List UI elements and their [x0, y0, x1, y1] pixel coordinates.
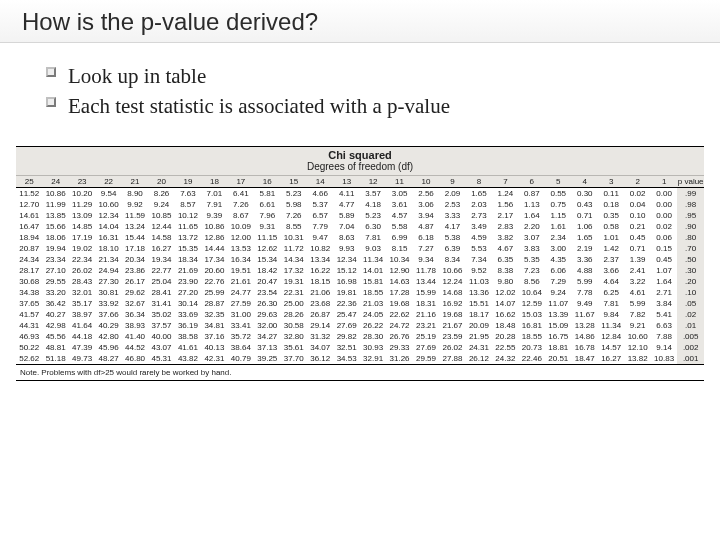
- data-cell: 1.65: [572, 232, 598, 243]
- data-cell: 19.34: [148, 254, 174, 265]
- data-cell: 7.91: [201, 199, 227, 210]
- data-cell: 46.80: [122, 353, 148, 364]
- data-cell: 3.36: [572, 254, 598, 265]
- data-cell: 38.93: [122, 320, 148, 331]
- data-cell: 8.56: [519, 276, 545, 287]
- data-cell: 16.27: [598, 353, 624, 364]
- data-cell: 7.78: [572, 287, 598, 298]
- data-cell: 0.45: [651, 254, 677, 265]
- data-cell: 6.99: [386, 232, 412, 243]
- data-cell: 28.43: [69, 276, 95, 287]
- data-cell: 11.07: [545, 298, 571, 309]
- data-cell: 31.26: [386, 353, 412, 364]
- data-cell: 32.91: [360, 353, 386, 364]
- table-body: 11.5210.8610.209.548.908.267.637.016.415…: [16, 187, 704, 364]
- data-cell: 8.26: [148, 187, 174, 199]
- data-cell: 21.61: [228, 276, 254, 287]
- data-cell: 44.31: [16, 320, 42, 331]
- data-cell: 10.64: [519, 287, 545, 298]
- table-row: 30.6829.5528.4327.3026.1725.0423.9022.76…: [16, 276, 704, 287]
- data-cell: 10.60: [624, 331, 650, 342]
- data-cell: 26.02: [439, 342, 465, 353]
- data-cell: 18.34: [175, 254, 201, 265]
- data-cell: 5.35: [519, 254, 545, 265]
- table-row: 24.3423.3422.3421.3420.3419.3418.3417.34…: [16, 254, 704, 265]
- data-cell: 10.20: [69, 187, 95, 199]
- data-cell: 10.60: [95, 199, 121, 210]
- data-cell: 11.15: [254, 232, 280, 243]
- data-cell: 9.39: [201, 210, 227, 221]
- data-cell: 33.69: [175, 309, 201, 320]
- data-cell: 17.32: [281, 265, 307, 276]
- data-cell: 41.64: [69, 320, 95, 331]
- data-cell: 27.20: [175, 287, 201, 298]
- data-cell: 46.93: [16, 331, 42, 342]
- data-cell: 15.12: [333, 265, 359, 276]
- table-row: 12.7011.9911.2910.609.929.248.577.917.26…: [16, 199, 704, 210]
- data-cell: 20.28: [492, 331, 518, 342]
- data-cell: 3.61: [386, 199, 412, 210]
- data-cell: 0.06: [651, 232, 677, 243]
- data-cell: 4.61: [624, 287, 650, 298]
- bullet-icon: [46, 97, 56, 107]
- data-cell: 22.31: [281, 287, 307, 298]
- data-cell: 13.44: [413, 276, 439, 287]
- data-cell: 5.23: [360, 210, 386, 221]
- data-cell: 11.52: [16, 187, 42, 199]
- df-header-cell: 10: [413, 176, 439, 188]
- data-cell: 22.55: [492, 342, 518, 353]
- data-cell: 24.05: [360, 309, 386, 320]
- data-cell: 0.75: [545, 199, 571, 210]
- pvalue-header-cell: p value: [677, 176, 704, 188]
- data-cell: 4.11: [333, 187, 359, 199]
- data-cell: 10.34: [386, 254, 412, 265]
- data-cell: 16.31: [95, 232, 121, 243]
- df-header-cell: 23: [69, 176, 95, 188]
- data-cell: 8.38: [492, 265, 518, 276]
- data-cell: 8.57: [175, 199, 201, 210]
- data-cell: 29.62: [122, 287, 148, 298]
- data-cell: 5.99: [624, 298, 650, 309]
- data-cell: 36.34: [122, 309, 148, 320]
- data-cell: 25.00: [281, 298, 307, 309]
- df-header-cell: 12: [360, 176, 386, 188]
- data-cell: 5.38: [439, 232, 465, 243]
- data-cell: 21.06: [307, 287, 333, 298]
- data-cell: 9.93: [333, 243, 359, 254]
- data-cell: 34.81: [201, 320, 227, 331]
- data-cell: 16.47: [16, 221, 42, 232]
- data-cell: 5.23: [281, 187, 307, 199]
- data-cell: 7.01: [201, 187, 227, 199]
- data-cell: 1.39: [624, 254, 650, 265]
- data-cell: 3.49: [466, 221, 492, 232]
- data-cell: 12.62: [254, 243, 280, 254]
- data-cell: 30.68: [16, 276, 42, 287]
- data-cell: 7.26: [228, 199, 254, 210]
- data-cell: 0.43: [572, 199, 598, 210]
- data-cell: 0.18: [598, 199, 624, 210]
- data-cell: 37.66: [95, 309, 121, 320]
- data-cell: 6.61: [254, 199, 280, 210]
- slide: How is the p-value derived? Look up in t…: [0, 0, 720, 540]
- data-cell: 0.04: [624, 199, 650, 210]
- pvalue-cell: .99: [677, 187, 704, 199]
- data-cell: 9.34: [413, 254, 439, 265]
- data-cell: 13.24: [122, 221, 148, 232]
- data-cell: 18.47: [572, 353, 598, 364]
- data-cell: 7.79: [307, 221, 333, 232]
- data-cell: 15.66: [42, 221, 68, 232]
- data-cell: 10.85: [148, 210, 174, 221]
- data-cell: 23.90: [175, 276, 201, 287]
- data-cell: 6.25: [598, 287, 624, 298]
- df-header-cell: 17: [228, 176, 254, 188]
- data-cell: 30.14: [175, 298, 201, 309]
- data-cell: 24.72: [386, 320, 412, 331]
- table-row: 20.8719.9419.0218.1017.1816.2715.3514.44…: [16, 243, 704, 254]
- data-cell: 27.10: [42, 265, 68, 276]
- data-cell: 34.07: [307, 342, 333, 353]
- data-cell: 21.34: [95, 254, 121, 265]
- data-cell: 10.82: [307, 243, 333, 254]
- data-cell: 12.24: [439, 276, 465, 287]
- data-cell: 15.51: [466, 298, 492, 309]
- data-cell: 2.37: [598, 254, 624, 265]
